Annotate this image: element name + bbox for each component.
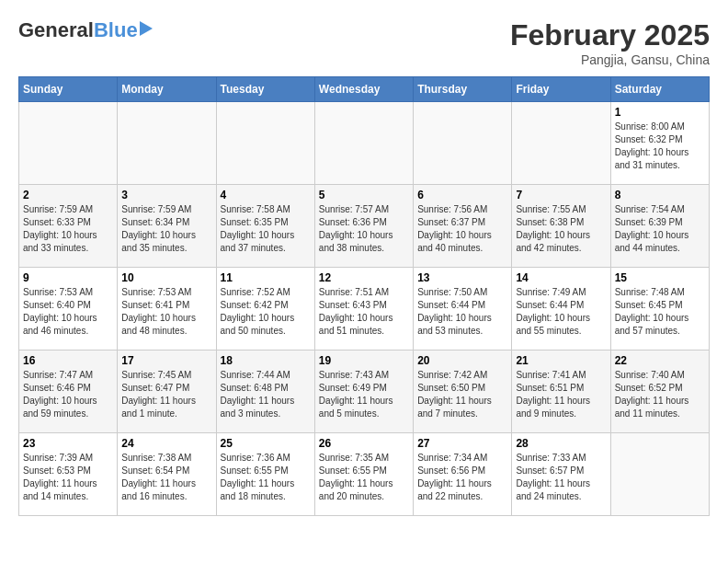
day-number: 14 (516, 271, 606, 284)
weekday-header-wednesday: Wednesday (314, 77, 413, 102)
weekday-header-saturday: Saturday (610, 77, 709, 102)
day-number: 5 (319, 189, 409, 201)
calendar-cell (118, 102, 216, 185)
title-block: February 2025 Pangjia, Gansu, China (510, 18, 710, 67)
day-number: 1 (615, 106, 705, 119)
day-number: 7 (516, 189, 606, 201)
calendar-cell: 23Sunrise: 7:39 AM Sunset: 6:53 PM Dayli… (19, 433, 118, 516)
day-number: 9 (23, 271, 113, 284)
calendar-week-row: 23Sunrise: 7:39 AM Sunset: 6:53 PM Dayli… (19, 433, 710, 516)
calendar-week-row: 2Sunrise: 7:59 AM Sunset: 6:33 PM Daylig… (19, 185, 710, 268)
day-number: 15 (615, 271, 705, 284)
day-number: 21 (516, 354, 606, 367)
calendar-cell (512, 102, 610, 185)
calendar-cell: 24Sunrise: 7:38 AM Sunset: 6:54 PM Dayli… (118, 433, 216, 516)
logo-blue-text: Blue (94, 18, 138, 42)
page-header: General Blue February 2025 Pangjia, Gans… (18, 18, 710, 67)
calendar-cell: 27Sunrise: 7:34 AM Sunset: 6:56 PM Dayli… (414, 433, 512, 516)
day-info: Sunrise: 7:35 AM Sunset: 6:55 PM Dayligh… (319, 452, 409, 503)
calendar-cell: 10Sunrise: 7:53 AM Sunset: 6:41 PM Dayli… (118, 268, 216, 350)
day-info: Sunrise: 7:58 AM Sunset: 6:35 PM Dayligh… (221, 203, 311, 255)
calendar-cell: 14Sunrise: 7:49 AM Sunset: 6:44 PM Dayli… (512, 268, 610, 350)
calendar-cell: 13Sunrise: 7:50 AM Sunset: 6:44 PM Dayli… (414, 268, 512, 350)
month-year-title: February 2025 (510, 18, 710, 52)
calendar-cell: 28Sunrise: 7:33 AM Sunset: 6:57 PM Dayli… (512, 433, 610, 516)
day-number: 8 (615, 189, 705, 201)
day-number: 18 (221, 354, 311, 367)
calendar-cell: 4Sunrise: 7:58 AM Sunset: 6:35 PM Daylig… (216, 185, 314, 268)
day-info: Sunrise: 7:36 AM Sunset: 6:55 PM Dayligh… (221, 452, 311, 503)
day-info: Sunrise: 7:53 AM Sunset: 6:41 PM Dayligh… (121, 286, 211, 338)
weekday-header-tuesday: Tuesday (216, 77, 314, 102)
day-number: 6 (417, 189, 507, 201)
day-info: Sunrise: 7:48 AM Sunset: 6:45 PM Dayligh… (615, 286, 705, 338)
day-number: 23 (23, 437, 113, 450)
calendar-cell: 2Sunrise: 7:59 AM Sunset: 6:33 PM Daylig… (19, 185, 118, 268)
calendar-week-row: 1Sunrise: 8:00 AM Sunset: 6:32 PM Daylig… (19, 102, 710, 185)
day-info: Sunrise: 7:45 AM Sunset: 6:47 PM Dayligh… (121, 369, 211, 420)
calendar-week-row: 9Sunrise: 7:53 AM Sunset: 6:40 PM Daylig… (19, 268, 710, 350)
calendar-cell: 15Sunrise: 7:48 AM Sunset: 6:45 PM Dayli… (610, 268, 709, 350)
weekday-header-friday: Friday (512, 77, 610, 102)
calendar-cell: 5Sunrise: 7:57 AM Sunset: 6:36 PM Daylig… (314, 185, 413, 268)
day-info: Sunrise: 7:47 AM Sunset: 6:46 PM Dayligh… (23, 369, 113, 420)
day-number: 10 (121, 271, 211, 284)
day-number: 13 (417, 271, 507, 284)
day-number: 27 (417, 437, 507, 450)
day-number: 25 (221, 437, 311, 450)
day-info: Sunrise: 7:54 AM Sunset: 6:39 PM Dayligh… (615, 203, 705, 255)
calendar-cell: 8Sunrise: 7:54 AM Sunset: 6:39 PM Daylig… (610, 185, 709, 268)
day-number: 20 (417, 354, 507, 367)
day-info: Sunrise: 7:51 AM Sunset: 6:43 PM Dayligh… (319, 286, 409, 338)
location-subtitle: Pangjia, Gansu, China (510, 52, 710, 67)
day-info: Sunrise: 8:00 AM Sunset: 6:32 PM Dayligh… (615, 121, 705, 172)
day-info: Sunrise: 7:43 AM Sunset: 6:49 PM Dayligh… (319, 369, 409, 420)
logo: General Blue (18, 18, 153, 42)
calendar-cell (314, 102, 413, 185)
day-number: 22 (615, 354, 705, 367)
day-info: Sunrise: 7:33 AM Sunset: 6:57 PM Dayligh… (516, 452, 606, 503)
calendar-cell: 6Sunrise: 7:56 AM Sunset: 6:37 PM Daylig… (414, 185, 512, 268)
day-number: 26 (319, 437, 409, 450)
day-number: 11 (221, 271, 311, 284)
day-info: Sunrise: 7:53 AM Sunset: 6:40 PM Dayligh… (23, 286, 113, 338)
day-number: 16 (23, 354, 113, 367)
calendar-cell: 18Sunrise: 7:44 AM Sunset: 6:48 PM Dayli… (216, 350, 314, 433)
calendar-cell: 19Sunrise: 7:43 AM Sunset: 6:49 PM Dayli… (314, 350, 413, 433)
day-number: 4 (221, 189, 311, 201)
day-info: Sunrise: 7:34 AM Sunset: 6:56 PM Dayligh… (417, 452, 507, 503)
day-info: Sunrise: 7:55 AM Sunset: 6:38 PM Dayligh… (516, 203, 606, 255)
day-number: 17 (121, 354, 211, 367)
calendar-cell: 16Sunrise: 7:47 AM Sunset: 6:46 PM Dayli… (19, 350, 118, 433)
day-number: 3 (121, 189, 211, 201)
calendar-week-row: 16Sunrise: 7:47 AM Sunset: 6:46 PM Dayli… (19, 350, 710, 433)
day-info: Sunrise: 7:41 AM Sunset: 6:51 PM Dayligh… (516, 369, 606, 420)
calendar-cell: 7Sunrise: 7:55 AM Sunset: 6:38 PM Daylig… (512, 185, 610, 268)
day-info: Sunrise: 7:59 AM Sunset: 6:33 PM Dayligh… (23, 203, 113, 255)
weekday-header-row: SundayMondayTuesdayWednesdayThursdayFrid… (19, 77, 710, 102)
calendar-cell: 17Sunrise: 7:45 AM Sunset: 6:47 PM Dayli… (118, 350, 216, 433)
day-info: Sunrise: 7:57 AM Sunset: 6:36 PM Dayligh… (319, 203, 409, 255)
calendar-cell: 21Sunrise: 7:41 AM Sunset: 6:51 PM Dayli… (512, 350, 610, 433)
day-info: Sunrise: 7:42 AM Sunset: 6:50 PM Dayligh… (417, 369, 507, 420)
calendar-cell: 22Sunrise: 7:40 AM Sunset: 6:52 PM Dayli… (610, 350, 709, 433)
day-number: 2 (23, 189, 113, 201)
day-number: 19 (319, 354, 409, 367)
calendar-cell (216, 102, 314, 185)
calendar-cell (19, 102, 118, 185)
calendar-cell: 26Sunrise: 7:35 AM Sunset: 6:55 PM Dayli… (314, 433, 413, 516)
weekday-header-thursday: Thursday (414, 77, 512, 102)
calendar-cell: 12Sunrise: 7:51 AM Sunset: 6:43 PM Dayli… (314, 268, 413, 350)
calendar-cell: 11Sunrise: 7:52 AM Sunset: 6:42 PM Dayli… (216, 268, 314, 350)
logo-general-text: General (18, 18, 94, 42)
day-info: Sunrise: 7:44 AM Sunset: 6:48 PM Dayligh… (221, 369, 311, 420)
calendar-cell: 3Sunrise: 7:59 AM Sunset: 6:34 PM Daylig… (118, 185, 216, 268)
day-number: 28 (516, 437, 606, 450)
calendar-cell (610, 433, 709, 516)
logo-arrow-icon (140, 21, 153, 36)
weekday-header-monday: Monday (118, 77, 216, 102)
calendar-cell: 25Sunrise: 7:36 AM Sunset: 6:55 PM Dayli… (216, 433, 314, 516)
day-info: Sunrise: 7:52 AM Sunset: 6:42 PM Dayligh… (221, 286, 311, 338)
day-number: 24 (121, 437, 211, 450)
day-info: Sunrise: 7:39 AM Sunset: 6:53 PM Dayligh… (23, 452, 113, 503)
